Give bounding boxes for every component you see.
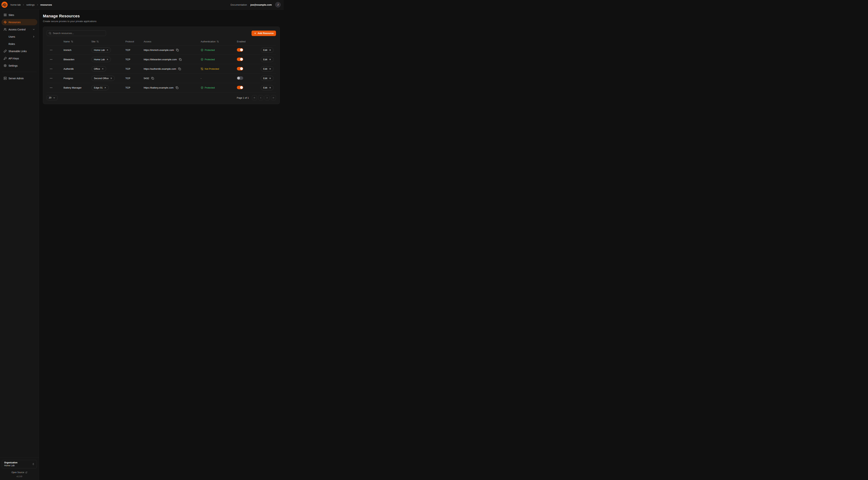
next-page-button[interactable] — [265, 95, 270, 100]
sidebar-item-shareable-links[interactable]: Shareable Links — [1, 48, 37, 54]
enabled-toggle[interactable] — [237, 67, 243, 70]
ellipsis-icon — [50, 77, 53, 80]
page-size-select[interactable]: 20 — [47, 95, 58, 100]
table-row: Postgres Second Office TCP 5432 - Edit — [47, 74, 276, 83]
resources-toolbar: Add Resource — [47, 30, 276, 36]
topbar-right: Documentation joe@example.com J — [230, 2, 281, 7]
copy-icon[interactable] — [175, 86, 179, 89]
resources-panel: Add Resource Name Site Protocol Access A… — [43, 27, 280, 104]
site-link-button[interactable]: Home Lab — [91, 48, 111, 53]
column-header-authentication[interactable]: Authentication — [201, 40, 237, 43]
row-actions-button[interactable] — [49, 48, 53, 52]
chevrons-left-icon — [253, 96, 256, 99]
resource-protocol: TCP — [125, 86, 144, 89]
edit-button[interactable]: Edit — [261, 66, 274, 71]
page-info: Page 1 of 1 — [237, 96, 249, 99]
table-header: Name Site Protocol Access Authentication… — [47, 38, 276, 46]
auth-status: - — [201, 77, 237, 80]
avatar[interactable]: J — [275, 2, 281, 7]
auth-status: Protected — [201, 58, 237, 61]
column-header-access: Access — [144, 40, 201, 43]
search-input[interactable] — [53, 32, 104, 35]
table-row: Authentik Office TCP https://authentik.e… — [47, 64, 276, 74]
edit-button[interactable]: Edit — [261, 85, 274, 90]
chevron-left-icon — [259, 96, 262, 99]
first-page-button[interactable] — [252, 95, 257, 100]
table-footer: 20 Page 1 of 1 — [47, 95, 276, 100]
last-page-button[interactable] — [271, 95, 276, 100]
row-actions-button[interactable] — [49, 67, 53, 71]
grid-icon — [4, 13, 7, 17]
site-link-button[interactable]: Edge 01 — [91, 85, 109, 90]
row-actions-button[interactable] — [49, 76, 53, 81]
edit-button[interactable]: Edit — [261, 57, 274, 62]
enabled-toggle[interactable] — [237, 86, 243, 89]
copy-icon[interactable] — [176, 48, 179, 52]
chevron-down-icon — [32, 28, 35, 31]
table-row: Immich Home Lab TCP https://immich.examp… — [47, 46, 276, 55]
breadcrumb-home-lab[interactable]: home-lab — [10, 3, 21, 6]
arrow-up-right-icon — [110, 77, 112, 80]
row-actions-button[interactable] — [49, 85, 53, 90]
search-box — [47, 30, 106, 36]
site-link-button[interactable]: Office — [91, 66, 106, 71]
arrow-right-icon — [269, 49, 271, 51]
column-header-name[interactable]: Name — [63, 40, 91, 43]
auth-status: Not Protected — [201, 67, 237, 70]
page-title: Manage Resources — [43, 14, 280, 19]
sidebar-item-label: Roles — [8, 42, 15, 46]
enabled-toggle[interactable] — [237, 58, 243, 61]
arrow-right-icon — [269, 68, 271, 70]
enabled-toggle[interactable] — [237, 48, 243, 52]
breadcrumb-settings[interactable]: settings — [26, 3, 35, 6]
resource-name: Immich — [63, 49, 91, 51]
app-logo[interactable] — [1, 2, 8, 8]
sidebar-item-sites[interactable]: Sites — [1, 12, 37, 18]
table-row: Battery Manager Edge 01 TCP https://batt… — [47, 83, 276, 92]
resource-name: Bitwarden — [63, 58, 91, 61]
copy-icon[interactable] — [178, 67, 181, 70]
sidebar-item-server-admin[interactable]: Server Admin — [1, 75, 37, 82]
sidebar-item-access-control[interactable]: Access Control — [1, 26, 37, 33]
row-actions-button[interactable] — [49, 57, 53, 62]
sidebar-item-resources[interactable]: Resources — [1, 19, 37, 25]
users-icon — [4, 28, 7, 31]
resource-protocol: TCP — [125, 58, 144, 61]
sort-icon — [96, 40, 99, 43]
ellipsis-icon — [50, 49, 53, 52]
enabled-toggle[interactable] — [237, 77, 243, 80]
gear-icon — [4, 64, 7, 67]
sort-icon — [71, 40, 73, 43]
shield-check-icon — [201, 58, 204, 61]
arrow-up-right-icon — [106, 58, 108, 61]
sidebar-item-label: Shareable Links — [8, 50, 27, 53]
sidebar-item-users[interactable]: Users — [1, 33, 37, 40]
add-resource-button[interactable]: Add Resource — [251, 31, 276, 36]
edit-button[interactable]: Edit — [261, 48, 274, 53]
resource-access-url: https://immich.example.com — [144, 49, 174, 51]
user-email[interactable]: joe@example.com — [250, 3, 272, 6]
ellipsis-icon — [50, 67, 53, 70]
sidebar-item-label: Resources — [8, 21, 21, 24]
column-header-site[interactable]: Site — [91, 40, 125, 43]
sidebar-item-settings[interactable]: Settings — [1, 62, 37, 69]
sidebar-item-api-keys[interactable]: API Keys — [1, 55, 37, 62]
copy-icon[interactable] — [151, 77, 154, 80]
documentation-link[interactable]: Documentation — [230, 3, 247, 6]
resource-access-url: https://battery.example.com — [144, 86, 174, 89]
site-link-button[interactable]: Home Lab — [91, 57, 111, 62]
prev-page-button[interactable] — [258, 95, 263, 100]
chevron-down-icon — [53, 97, 55, 99]
sidebar-item-roles[interactable]: Roles — [1, 41, 37, 47]
shield-check-icon — [201, 86, 204, 89]
sidebar-item-label: Sites — [8, 13, 14, 17]
shield-check-icon — [201, 49, 204, 51]
search-icon — [49, 32, 52, 35]
copy-icon[interactable] — [179, 58, 182, 61]
edit-button[interactable]: Edit — [261, 76, 274, 81]
resource-name: Battery Manager — [63, 86, 91, 89]
resource-access-url: https://authentik.example.com — [144, 67, 176, 70]
site-link-button[interactable]: Second Office — [91, 76, 115, 81]
auth-status: Protected — [201, 86, 237, 89]
breadcrumb: home-lab settings resources — [10, 3, 52, 6]
